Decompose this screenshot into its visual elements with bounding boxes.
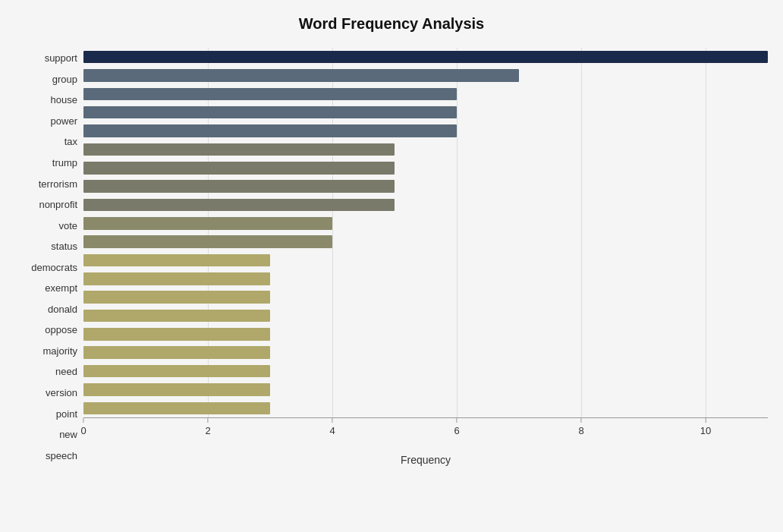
bar-row bbox=[83, 251, 768, 269]
x-tick-line bbox=[456, 418, 457, 423]
bar-row bbox=[83, 177, 768, 195]
bars-area bbox=[83, 48, 768, 417]
x-tick-line bbox=[706, 418, 706, 423]
bar bbox=[83, 88, 457, 101]
x-tick-line bbox=[207, 418, 208, 423]
bar bbox=[83, 235, 332, 248]
y-label: house bbox=[15, 95, 77, 105]
bar bbox=[83, 69, 519, 82]
bar bbox=[83, 199, 395, 212]
y-label: status bbox=[15, 241, 77, 251]
x-axis-title: Frequency bbox=[83, 454, 768, 466]
bar-row bbox=[83, 196, 768, 214]
bar-row bbox=[83, 362, 768, 380]
bar-row bbox=[83, 344, 768, 362]
x-tick: 10 bbox=[700, 418, 711, 436]
bar bbox=[83, 346, 270, 359]
bar bbox=[83, 328, 270, 341]
y-label: donald bbox=[15, 304, 77, 314]
x-tick-label: 4 bbox=[329, 425, 335, 436]
x-tick-line bbox=[580, 418, 581, 423]
bar bbox=[83, 291, 270, 304]
bar bbox=[83, 162, 395, 175]
y-label: speech bbox=[15, 451, 77, 461]
bar-row bbox=[83, 288, 768, 307]
y-label: democrats bbox=[15, 263, 77, 272]
bars-and-xaxis: 0246810 Frequency bbox=[83, 48, 768, 466]
bar-row bbox=[83, 66, 768, 84]
bar bbox=[83, 383, 270, 396]
bar-row bbox=[83, 380, 768, 398]
y-label: trump bbox=[15, 158, 77, 168]
x-tick-line bbox=[83, 418, 83, 423]
y-axis: supportgrouphousepowertaxtrumpterrorismn… bbox=[15, 48, 83, 466]
y-label: tax bbox=[15, 137, 77, 146]
bar bbox=[83, 180, 395, 193]
bar bbox=[83, 402, 270, 415]
chart-title: Word Frequency Analysis bbox=[15, 15, 768, 33]
x-tick-label: 0 bbox=[80, 425, 86, 436]
bar-row bbox=[83, 85, 768, 103]
bar bbox=[83, 217, 332, 230]
x-tick-line bbox=[332, 418, 332, 423]
bar-row bbox=[83, 399, 768, 417]
bar bbox=[83, 143, 395, 156]
y-label: majority bbox=[15, 346, 77, 356]
x-tick-label: 2 bbox=[205, 425, 210, 436]
x-axis: 0246810 bbox=[83, 417, 768, 448]
bar-row bbox=[83, 269, 768, 288]
y-label: new bbox=[15, 430, 77, 439]
bar-row bbox=[83, 159, 768, 177]
bar-row bbox=[83, 214, 768, 232]
bar bbox=[83, 124, 457, 137]
y-label: support bbox=[15, 53, 77, 63]
bar bbox=[83, 51, 768, 64]
y-label: vote bbox=[15, 221, 77, 231]
chart-container: Word Frequency Analysis supportgrouphous… bbox=[0, 0, 783, 532]
bar-row bbox=[83, 233, 768, 251]
bar-row bbox=[83, 121, 768, 140]
x-tick-label: 8 bbox=[578, 425, 583, 436]
bar bbox=[83, 106, 457, 119]
bar-row bbox=[83, 48, 768, 66]
bar-row bbox=[83, 307, 768, 325]
bar-row bbox=[83, 140, 768, 159]
bar-row bbox=[83, 325, 768, 343]
chart-area: supportgrouphousepowertaxtrumpterrorismn… bbox=[15, 48, 768, 466]
y-label: need bbox=[15, 367, 77, 376]
bar bbox=[83, 254, 270, 267]
x-tick: 4 bbox=[329, 418, 335, 436]
x-tick: 2 bbox=[205, 418, 210, 436]
y-label: power bbox=[15, 116, 77, 126]
x-tick-label: 6 bbox=[454, 425, 459, 436]
x-tick: 8 bbox=[578, 418, 583, 436]
y-label: point bbox=[15, 409, 77, 419]
x-tick: 0 bbox=[80, 418, 86, 436]
bar-row bbox=[83, 103, 768, 121]
bar bbox=[83, 365, 270, 378]
y-label: exempt bbox=[15, 283, 77, 293]
y-label: terrorism bbox=[15, 179, 77, 189]
y-label: oppose bbox=[15, 325, 77, 335]
y-label: group bbox=[15, 74, 77, 84]
x-tick-label: 10 bbox=[700, 425, 711, 436]
x-tick: 6 bbox=[454, 418, 459, 436]
y-label: nonprofit bbox=[15, 200, 77, 209]
bar bbox=[83, 272, 270, 285]
bar bbox=[83, 310, 270, 323]
y-label: version bbox=[15, 388, 77, 398]
